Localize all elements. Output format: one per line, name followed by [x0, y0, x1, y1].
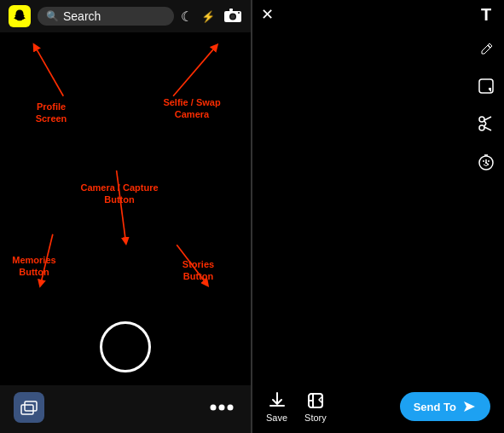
svg-point-4: [238, 12, 240, 14]
annotation-memories: Memories Button: [4, 254, 64, 279]
save-label: Save: [266, 413, 287, 423]
annotation-camera: Camera / Capture Button: [72, 182, 166, 206]
right-top-bar: ✕: [252, 0, 504, 29]
flip-camera-icon[interactable]: [223, 8, 242, 26]
save-story-area: Save Story: [266, 390, 327, 423]
svg-point-13: [211, 405, 217, 411]
svg-marker-31: [464, 401, 475, 412]
send-to-button[interactable]: Send To: [400, 392, 490, 421]
top-right-icons: ☾ ⚡: [181, 8, 242, 26]
svg-line-22: [484, 124, 486, 126]
top-bar: 🔍 Search ☾ ⚡: [0, 0, 251, 32]
svg-line-21: [484, 121, 486, 124]
sticker-tool[interactable]: [477, 78, 495, 100]
timer-tool[interactable]: [477, 153, 495, 176]
svg-line-10: [177, 245, 206, 284]
right-panel: ✕ T: [252, 0, 504, 433]
svg-point-29: [488, 160, 490, 162]
bottom-bar: [0, 385, 251, 433]
text-tool[interactable]: T: [477, 5, 495, 25]
svg-rect-11: [21, 405, 33, 414]
annotation-stories: Stories Button: [166, 258, 230, 283]
capture-button[interactable]: [100, 321, 151, 372]
right-bottom-bar: Save Story Send To: [252, 384, 504, 433]
svg-rect-3: [229, 9, 233, 11]
story-button[interactable]: Story: [304, 390, 327, 423]
svg-line-7: [173, 47, 216, 96]
svg-point-17: [479, 117, 484, 122]
flash-icon[interactable]: ⚡: [201, 10, 215, 23]
save-button[interactable]: Save: [266, 390, 287, 423]
snapchat-logo[interactable]: [9, 5, 31, 27]
svg-rect-12: [25, 401, 37, 411]
svg-point-14: [219, 405, 225, 411]
right-camera-area: [252, 29, 504, 384]
stories-button[interactable]: [206, 392, 237, 423]
capture-area: [0, 309, 251, 385]
search-bar[interactable]: 🔍 Search: [38, 7, 174, 26]
svg-line-6: [35, 47, 63, 96]
pen-tool[interactable]: [477, 40, 495, 62]
story-label: Story: [304, 413, 327, 423]
memories-button[interactable]: [14, 392, 44, 423]
left-panel: 🔍 Search ☾ ⚡: [0, 0, 251, 433]
search-magnifier-icon: 🔍: [46, 10, 59, 22]
send-to-label: Send To: [414, 401, 456, 413]
svg-line-8: [117, 170, 126, 241]
right-tools: T: [477, 5, 495, 176]
svg-line-20: [484, 127, 491, 130]
svg-line-9: [41, 234, 53, 284]
svg-point-15: [228, 405, 234, 411]
night-mode-icon[interactable]: ☾: [181, 9, 193, 25]
svg-point-26: [485, 162, 487, 164]
svg-line-19: [484, 117, 491, 120]
svg-point-2: [231, 14, 235, 19]
scissors-tool[interactable]: [477, 115, 495, 137]
search-label: Search: [63, 9, 101, 23]
annotation-selfie: Selfie / Swap Camera: [158, 96, 226, 121]
svg-point-28: [483, 160, 484, 162]
annotation-profile: Profile Screen: [21, 101, 81, 125]
svg-point-18: [479, 125, 484, 130]
close-button[interactable]: ✕: [261, 7, 274, 22]
camera-area: Profile Screen Selfie / Swap Camera Came…: [0, 32, 251, 309]
